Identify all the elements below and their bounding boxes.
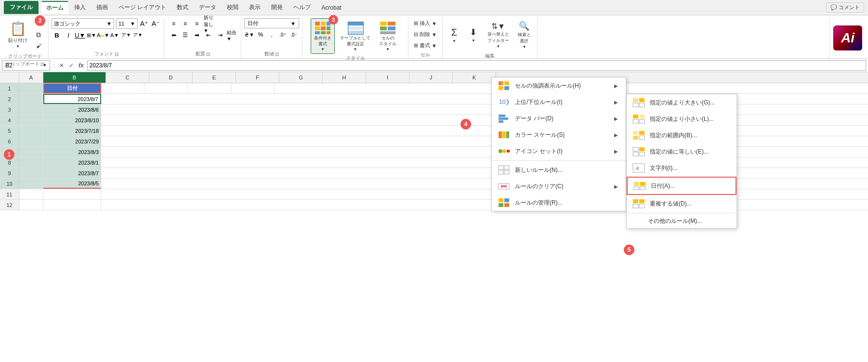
tab-file[interactable]: ファイル — [4, 1, 39, 14]
row-header-2[interactable]: 2 — [0, 94, 19, 104]
row-header-3[interactable]: 3 — [0, 104, 19, 115]
formula-cancel-icon[interactable]: ✕ — [58, 62, 66, 69]
tab-home[interactable]: ホーム — [41, 1, 68, 14]
col-header-g[interactable]: G — [279, 72, 323, 83]
increase-font-size-button[interactable]: A⁺ — [139, 18, 149, 29]
cell-a6[interactable] — [19, 136, 43, 146]
increase-indent-button[interactable]: ⇥ — [215, 30, 225, 40]
cell-b6[interactable]: 2023/7/29 — [43, 136, 101, 146]
cell-a7[interactable] — [19, 147, 43, 157]
cell-a2[interactable] — [19, 94, 43, 104]
row-header-10[interactable]: 10 — [0, 179, 19, 189]
format-painter-button[interactable]: 🖌 — [32, 41, 45, 50]
decrease-indent-button[interactable]: ⇤ — [203, 30, 214, 40]
phonetic2-button[interactable]: ア▼ — [132, 30, 143, 40]
submenu-item-date[interactable]: 日付(A)... — [627, 177, 736, 195]
fill-color-button[interactable]: A▬▼ — [98, 30, 108, 40]
conditional-format-button[interactable]: 条件付き 書式 ▼ 3 — [311, 18, 335, 54]
submenu-item-duplicate[interactable]: 重複する値(D)... — [627, 195, 736, 212]
tab-help[interactable]: ヘルプ — [289, 1, 316, 13]
row-header-6[interactable]: 6 — [0, 136, 19, 146]
submenu-item-other[interactable]: その他のルール(M)... — [627, 214, 736, 228]
autosum-button[interactable]: Σ ▼ — [446, 23, 463, 48]
align-right-button[interactable]: ➡ — [192, 30, 202, 40]
comma-button[interactable]: , — [266, 29, 277, 40]
font-name-selector[interactable]: 游ゴシック ▼ — [52, 18, 114, 29]
align-bottom-button[interactable]: ≡ — [192, 18, 202, 29]
cell-b3[interactable]: 2023/8/6 — [43, 104, 101, 115]
menu-item-highlight[interactable]: セルの強調表示ルール(H) ▶ — [492, 78, 626, 94]
menu-item-clearrule[interactable]: ルールのクリア(C) ▶ — [492, 178, 626, 194]
cell-b11[interactable] — [43, 189, 101, 199]
cell-a10[interactable] — [19, 179, 43, 189]
insert-cells-button[interactable]: ⊞ 挿入 ▼ — [411, 18, 439, 28]
bold-button[interactable]: B — [52, 30, 62, 40]
col-header-k[interactable]: K — [453, 72, 496, 83]
cell-b5[interactable]: 2023/7/18 — [43, 126, 101, 136]
cell-f1[interactable] — [231, 83, 275, 93]
tab-developer[interactable]: 開発 — [266, 1, 288, 13]
cell-a1[interactable] — [19, 83, 43, 93]
menu-item-newrule[interactable]: 新しいルール(N)... — [492, 162, 626, 178]
tab-page-layout[interactable]: ページ レイアウト — [114, 1, 171, 13]
align-left-button[interactable]: ⬅ — [169, 30, 179, 40]
menu-item-topbottom[interactable]: 10 上位/下位ルール(I) ▶ — [492, 94, 626, 110]
tab-data[interactable]: データ — [194, 1, 221, 13]
find-select-button[interactable]: 🔍 検索と 選択 ▼ — [514, 18, 534, 52]
alignment-expand-icon[interactable]: ⊡ — [206, 52, 210, 57]
fill-button[interactable]: ⬇ ▼ — [465, 23, 482, 48]
cell-a4[interactable] — [19, 115, 43, 125]
tab-insert[interactable]: 挿入 — [69, 1, 91, 13]
formula-confirm-icon[interactable]: ✓ — [67, 62, 75, 69]
currency-button[interactable]: ₴▼ — [244, 29, 255, 40]
decrease-font-size-button[interactable]: A⁻ — [150, 18, 161, 29]
cell-d1[interactable] — [145, 83, 188, 93]
align-middle-button[interactable]: ≡ — [180, 18, 191, 29]
font-expand-icon[interactable]: ⊡ — [115, 52, 118, 57]
submenu-item-greater[interactable]: 指定の値より大きい(G)... — [627, 94, 736, 111]
italic-button[interactable]: I — [63, 30, 74, 40]
wrap-text-button[interactable]: 折り返し▼ — [203, 18, 214, 29]
row-header-12[interactable]: 12 — [0, 200, 19, 210]
table-format-button[interactable]: テーブルとして 書式設定 ▼ — [337, 18, 374, 54]
increase-decimal-button[interactable]: .0⁺ — [277, 29, 288, 40]
menu-item-iconset[interactable]: アイコン セット(I) ▶ — [492, 143, 626, 159]
format-cells-button[interactable]: ⊞ 書式 ▼ — [411, 40, 439, 51]
cell-a11[interactable] — [19, 189, 43, 199]
col-header-e[interactable]: E — [193, 72, 236, 83]
cell-e1[interactable] — [188, 83, 231, 93]
tab-draw[interactable]: 描画 — [92, 1, 113, 13]
col-header-h[interactable]: H — [323, 72, 366, 83]
tab-formula[interactable]: 数式 — [172, 1, 193, 13]
menu-item-databar[interactable]: データ バー(D) ▶ — [492, 110, 626, 127]
submenu-item-text[interactable]: a 文字列(I)... — [627, 160, 736, 176]
col-header-f[interactable]: F — [236, 72, 279, 83]
menu-item-colorscale[interactable]: カラー スケール(S) ▶ — [492, 127, 626, 143]
submenu-item-less[interactable]: 指定の値より小さい(L)... — [627, 111, 736, 127]
font-color-button[interactable]: A▼ — [109, 30, 120, 40]
cell-b10[interactable]: 2023/8/5 — [43, 179, 101, 189]
merge-cells-button[interactable]: 結合▼ — [226, 30, 237, 40]
row-header-4[interactable]: 4 — [0, 115, 19, 125]
underline-button[interactable]: U▼ — [75, 30, 85, 40]
paste-button[interactable]: 📋 貼り付け ▼ — [5, 18, 31, 51]
function-icon[interactable]: fx — [77, 62, 85, 69]
cell-b1[interactable]: 日付 — [43, 83, 101, 93]
cell-reference-box[interactable]: B2 ▼ — [2, 60, 50, 71]
cell-b4[interactable]: 2023/8/10 — [43, 115, 101, 125]
cell-c1[interactable] — [101, 83, 145, 93]
cell-b7[interactable]: 2023/8/3 — [43, 147, 101, 157]
col-header-j[interactable]: J — [409, 72, 453, 83]
submenu-item-between[interactable]: 指定の範囲内(B)... — [627, 127, 736, 143]
row-header-1[interactable]: 1 — [0, 83, 19, 93]
menu-item-managerule[interactable]: ルールの管理(R)... — [492, 194, 626, 211]
cell-a5[interactable] — [19, 126, 43, 136]
row-header-9[interactable]: 9 — [0, 168, 19, 178]
align-top-button[interactable]: ≡ — [169, 18, 179, 29]
sort-filter-button[interactable]: ⇅▼ 並べ替えと フィルター ▼ — [484, 19, 513, 51]
formula-input[interactable] — [87, 60, 866, 71]
cell-a12[interactable] — [19, 200, 43, 210]
row-header-5[interactable]: 5 — [0, 126, 19, 136]
row-header-11[interactable]: 11 — [0, 189, 19, 199]
col-header-a[interactable]: A — [19, 72, 43, 83]
